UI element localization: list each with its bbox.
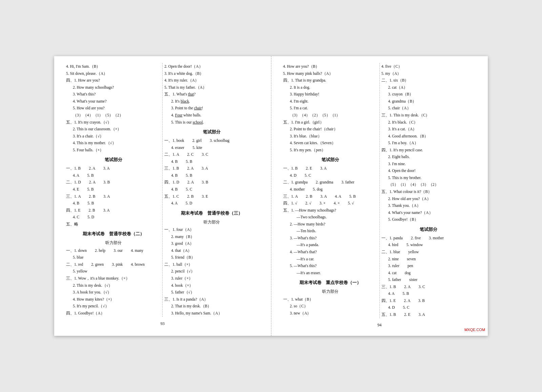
item: 3. What's this? [66, 91, 161, 98]
item: 5. father（√） [164, 289, 259, 296]
item: 一、1. B 2. A 3. A [66, 165, 161, 172]
item: 三、1. A 2. B 3. A [66, 193, 161, 200]
bishi-title-3: 笔试部分 [283, 156, 378, 164]
item: 4. Hi, I'm Sam.（B） [66, 63, 161, 70]
item: 2. It's black.（C） [381, 119, 476, 126]
bishi-title: 笔试部分 [66, 156, 161, 164]
item: 5. blue [66, 254, 161, 261]
item: 3. ruler pen [381, 263, 476, 269]
item: 二、1. red 2. green 3. pink 4. brown [66, 261, 161, 268]
exam-title-zhongdian: 期末考试卷 重点学校卷（一） [283, 279, 378, 286]
item: 4. bird 5. window [381, 242, 476, 248]
item: 一、1. down 2. help 3. our 4. many [66, 247, 161, 254]
item: 二、1. six（B） [381, 77, 476, 84]
item: 5. This is our school. [164, 119, 259, 126]
book-spread: 4. Hi, I'm Sam.（B） 5. Sit down, please.（… [54, 56, 488, 336]
item: （5）（1）（4）（3）（2） [381, 181, 476, 188]
item: （3）（4）（1）（5）（2） [66, 112, 161, 119]
page-94: 4. How are you?（B） 5. How many pink ball… [271, 56, 488, 336]
item: 4. D 5. C [381, 304, 476, 311]
item: 3. ruler（×） [164, 275, 259, 282]
item: （3）（4）（2）（5）（1） [283, 112, 378, 119]
item: 4. D 5. C [283, 172, 378, 179]
item: —It's a car. [283, 256, 378, 263]
item: 3. I'm nine. [381, 161, 476, 168]
item: 4. A 5. B [381, 290, 476, 297]
item: 5. How many pink balls?（A） [283, 70, 378, 77]
page93-col1: 4. Hi, I'm Sam.（B） 5. Sit down, please.（… [64, 63, 163, 317]
item: 5. —What's this? [283, 263, 378, 269]
item: 4. five（C） [381, 63, 476, 70]
item: 4. What's your name? [66, 98, 161, 105]
item: 5. This is my brother. [381, 175, 476, 181]
item: 5. father sister [381, 277, 476, 283]
item: 一、1. four（A） [164, 226, 259, 233]
item: 三、1. This is my desk.（C） [381, 112, 476, 119]
item: 二、1. D 2. A 3. B [66, 179, 161, 186]
item: 4. B 5. B [164, 158, 259, 165]
item: 3. It's a white dog.（B） [164, 70, 259, 77]
item: 5. Goodbye!（B） [381, 216, 476, 223]
item: 4. grandma（B） [381, 98, 476, 105]
page-93: 4. Hi, I'm Sam.（B） 5. Sit down, please.（… [54, 56, 271, 336]
item: 四、1. E 2. A 3. B [381, 298, 476, 304]
item: 四、1. √ 2. √ 3. × 4. × 5. √ [283, 200, 378, 207]
item: 2. How old are you?（A） [381, 196, 476, 202]
item: 5. I'm a boy.（A） [381, 140, 476, 147]
item: 四、1. D 2. A 3. B [164, 179, 259, 186]
item: 二、1. A 2. C 3. C [164, 151, 259, 158]
item: 一、1. what（B） [283, 296, 378, 303]
item: 2. Point to the chair!（chair） [283, 126, 378, 133]
item: 4. book（×） [164, 282, 259, 289]
item: 2. It is a dog. [283, 84, 378, 91]
tingli-title: 听力部分 [66, 239, 161, 246]
item: 2. —How many birds? [283, 221, 378, 228]
page93-col2: 2. Open the door!（A） 3. It's a white dog… [163, 63, 260, 317]
item: 5. It's my pen.（pen） [283, 147, 378, 154]
item: 3. It's a cat.（A） [381, 126, 476, 133]
item: 4. that（A） [164, 247, 259, 254]
item: 4. B 5. B [164, 172, 259, 179]
item: 5. my（A） [381, 70, 476, 77]
page94-col3: 4. How are you?（B） 5. How many pink ball… [282, 63, 380, 318]
item: 五、1. I'm a girl.（girl） [283, 119, 378, 126]
item: 五、1. C 2. B 3. E [164, 193, 259, 200]
item: 3. A book for you.（√） [66, 289, 161, 296]
item: 2. so（C） [283, 303, 378, 310]
item: 四、1. E 2. B 3. A [66, 207, 161, 214]
item: 4. E 5. B [66, 186, 161, 193]
item: 4. Open the door! [381, 168, 476, 174]
item: 5. chair（A） [381, 105, 476, 112]
exam-title-2: 期末考试卷 普通学校卷（二） [66, 230, 161, 238]
item: 5. Four balls.（×） [66, 147, 161, 154]
item: 4. It's my ruler.（A） [164, 77, 259, 84]
item: 五、1. What's that? [164, 91, 259, 98]
item: 3. It's a chair.（√） [66, 133, 161, 140]
item: 4. Seven cat kites.（Seven） [283, 140, 378, 147]
item: 4. How are you?（B） [283, 63, 378, 70]
tingli-title-3: 听力部分 [164, 219, 259, 225]
item: —Two schoolbags. [283, 214, 378, 221]
item: 5. yellow [66, 268, 161, 275]
item: 2. pencil（√） [164, 268, 259, 275]
item: 2. How many schoolbags? [66, 84, 161, 91]
watermark: MXQE.COM [464, 327, 485, 333]
item: 五、1. It's my crayon.（√） [66, 119, 161, 126]
page-number-94: 94 [282, 322, 478, 328]
item: 4. I'm eight. [283, 98, 378, 105]
item: 5. I'm a cat. [283, 105, 378, 112]
item: —It's an eraser. [283, 270, 378, 277]
item: —It's a panda. [283, 242, 378, 248]
bishi-title-2: 笔试部分 [164, 128, 259, 136]
item: 五、略 [66, 221, 161, 228]
item: —Ten birds. [283, 228, 378, 235]
item: 二、1. ball（×） [164, 261, 259, 268]
item: 三、1. B 2. A 3. C [381, 284, 476, 290]
item: 5. friend（B） [164, 254, 259, 261]
item: 三、1. Wow，it's a blue monkey.（×） [66, 275, 161, 282]
tingli-title-zhongdian: 听力部分 [283, 288, 378, 295]
item: 4. A 5. B [66, 172, 161, 179]
item: 二、1. grandpa 2. grandma 3. father [283, 179, 378, 186]
item: 3. Hello, my name's Sam.（A） [164, 310, 259, 317]
item: 4. mother 5. dog [283, 186, 378, 193]
